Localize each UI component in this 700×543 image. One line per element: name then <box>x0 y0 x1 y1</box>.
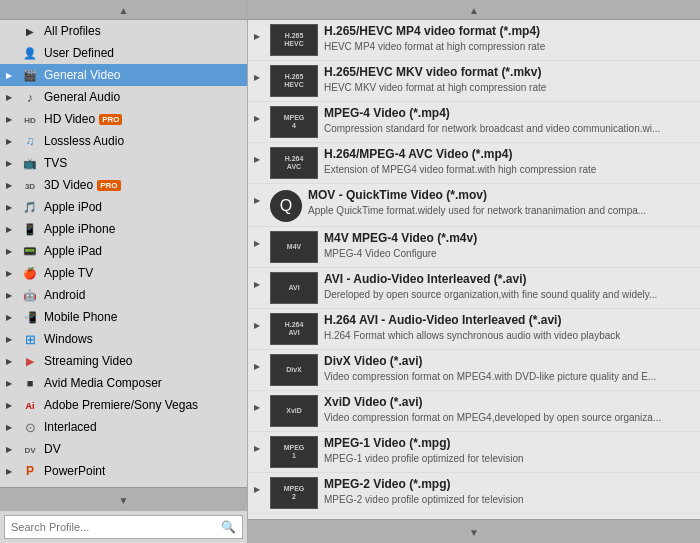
right-item-xvid[interactable]: ▶XviDXviD Video (*.avi)Video compression… <box>248 391 700 432</box>
format-title: H.265/HEVC MKV video format (*.mkv) <box>324 65 694 81</box>
item-arrow-icon: ▶ <box>6 467 18 476</box>
format-title: DivX Video (*.avi) <box>324 354 694 370</box>
format-content: AVI - Audio-Video Interleaved (*.avi)Der… <box>324 272 694 301</box>
item-label: Avid Media Composer <box>44 376 162 390</box>
search-bar[interactable]: 🔍 <box>4 515 243 539</box>
item-label: DV <box>44 442 61 456</box>
item-arrow-icon: ▶ <box>6 357 18 366</box>
format-desc: Apple QuickTime format.widely used for n… <box>308 204 694 217</box>
scroll-down-icon <box>119 493 129 507</box>
left-item-apple-ipod[interactable]: ▶Apple iPod <box>0 196 247 218</box>
right-item-arrow-icon: ▶ <box>254 354 266 371</box>
app-container: All ProfilesUser Defined▶General Video▶G… <box>0 0 700 543</box>
format-content: M4V MPEG-4 Video (*.m4v)MPEG-4 Video Con… <box>324 231 694 260</box>
item-label: Apple iPad <box>44 244 102 258</box>
left-item-hd-video[interactable]: ▶HD VideoPRO <box>0 108 247 130</box>
right-item-h264-avi[interactable]: ▶H.264 AVIH.264 AVI - Audio-Video Interl… <box>248 309 700 350</box>
item-type-icon <box>21 309 39 325</box>
left-item-lossless-audio[interactable]: ▶Lossless Audio <box>0 130 247 152</box>
item-arrow-icon: ▶ <box>6 71 18 80</box>
format-title: H.265/HEVC MP4 video format (*.mp4) <box>324 24 694 40</box>
item-type-icon <box>21 397 39 413</box>
item-type-icon <box>21 265 39 281</box>
format-title: AVI - Audio-Video Interleaved (*.avi) <box>324 272 694 288</box>
format-thumbnail: DivX <box>270 354 318 386</box>
left-item-tvs[interactable]: ▶TVS <box>0 152 247 174</box>
format-desc: HEVC MP4 video format at high compressio… <box>324 40 694 53</box>
left-item-adobe-premiere[interactable]: ▶Adobe Premiere/Sony Vegas <box>0 394 247 416</box>
format-title: XviD Video (*.avi) <box>324 395 694 411</box>
right-item-mpeg4-mp4[interactable]: ▶MPEG 4MPEG-4 Video (*.mp4)Compression s… <box>248 102 700 143</box>
format-thumbnail: H.264 AVC <box>270 147 318 179</box>
left-panel: All ProfilesUser Defined▶General Video▶G… <box>0 0 248 543</box>
item-arrow-icon: ▶ <box>6 225 18 234</box>
left-item-android[interactable]: ▶Android <box>0 284 247 306</box>
right-item-mov[interactable]: ▶QMOV - QuickTime Video (*.mov)Apple Qui… <box>248 184 700 227</box>
left-item-streaming-video[interactable]: ▶Streaming Video <box>0 350 247 372</box>
left-item-3d-video[interactable]: ▶3D VideoPRO <box>0 174 247 196</box>
item-arrow-icon: ▶ <box>6 159 18 168</box>
right-scroll-up-icon <box>469 3 479 17</box>
item-arrow-icon: ▶ <box>6 269 18 278</box>
format-thumbnail: MPEG 4 <box>270 106 318 138</box>
item-label: Lossless Audio <box>44 134 124 148</box>
left-item-general-audio[interactable]: ▶General Audio <box>0 86 247 108</box>
right-scroll-up[interactable] <box>248 0 700 20</box>
right-item-hevc-mkv[interactable]: ▶H.265 HEVCH.265/HEVC MKV video format (… <box>248 61 700 102</box>
right-list: ▶H.265 HEVCH.265/HEVC MP4 video format (… <box>248 20 700 519</box>
thumb-label: MPEG 2 <box>283 484 306 501</box>
right-item-divx[interactable]: ▶DivXDivX Video (*.avi)Video compression… <box>248 350 700 391</box>
left-item-mobile-phone[interactable]: ▶Mobile Phone <box>0 306 247 328</box>
right-item-avi[interactable]: ▶AVIAVI - Audio-Video Interleaved (*.avi… <box>248 268 700 309</box>
item-label: Windows <box>44 332 93 346</box>
left-item-all-profiles[interactable]: All Profiles <box>0 20 247 42</box>
left-item-interlaced[interactable]: ▶Interlaced <box>0 416 247 438</box>
left-item-powerpoint[interactable]: ▶PowerPoint <box>0 460 247 482</box>
left-item-general-video[interactable]: ▶General Video <box>0 64 247 86</box>
left-item-apple-tv[interactable]: ▶Apple TV <box>0 262 247 284</box>
format-desc: HEVC MKV video format at high compressio… <box>324 81 694 94</box>
left-item-user-defined[interactable]: User Defined <box>0 42 247 64</box>
item-label: All Profiles <box>44 24 101 38</box>
left-item-apple-ipad[interactable]: ▶Apple iPad <box>0 240 247 262</box>
format-desc: Video compression format on MPEG4,develo… <box>324 411 694 424</box>
item-type-icon <box>21 441 39 457</box>
right-item-arrow-icon: ▶ <box>254 436 266 453</box>
format-title: MPEG-4 Video (*.mp4) <box>324 106 694 122</box>
right-scroll-down[interactable] <box>248 519 700 543</box>
format-thumbnail: M4V <box>270 231 318 263</box>
item-arrow-icon: ▶ <box>6 445 18 454</box>
format-content: DivX Video (*.avi)Video compression form… <box>324 354 694 383</box>
left-item-dv[interactable]: ▶DV <box>0 438 247 460</box>
left-scroll-up[interactable] <box>0 0 247 20</box>
item-type-icon <box>21 23 39 39</box>
right-item-hevc-mp4[interactable]: ▶H.265 HEVCH.265/HEVC MP4 video format (… <box>248 20 700 61</box>
item-arrow-icon: ▶ <box>6 379 18 388</box>
format-desc: MPEG-2 video profile optimized for telev… <box>324 493 694 506</box>
format-title: MOV - QuickTime Video (*.mov) <box>308 188 694 204</box>
item-type-icon <box>21 221 39 237</box>
right-item-mpeg2[interactable]: ▶MPEG 2MPEG-2 Video (*.mpg)MPEG-2 video … <box>248 473 700 514</box>
right-item-arrow-icon: ▶ <box>254 188 266 205</box>
item-type-icon <box>21 177 39 193</box>
left-item-avid-media[interactable]: ▶Avid Media Composer <box>0 372 247 394</box>
format-content: H.264/MPEG-4 AVC Video (*.mp4)Extension … <box>324 147 694 176</box>
search-input[interactable] <box>11 521 221 533</box>
left-list: All ProfilesUser Defined▶General Video▶G… <box>0 20 247 487</box>
format-desc: Dereloped by open source organization,wi… <box>324 288 694 301</box>
right-item-mpeg1[interactable]: ▶MPEG 1MPEG-1 Video (*.mpg)MPEG-1 video … <box>248 432 700 473</box>
item-arrow-icon: ▶ <box>6 137 18 146</box>
left-scroll-down[interactable] <box>0 487 247 511</box>
right-item-m4v[interactable]: ▶M4VM4V MPEG-4 Video (*.m4v)MPEG-4 Video… <box>248 227 700 268</box>
right-item-h264-avc[interactable]: ▶H.264 AVCH.264/MPEG-4 AVC Video (*.mp4)… <box>248 143 700 184</box>
format-thumbnail: XviD <box>270 395 318 427</box>
left-item-apple-iphone[interactable]: ▶Apple iPhone <box>0 218 247 240</box>
right-item-arrow-icon: ▶ <box>254 106 266 123</box>
item-label: TVS <box>44 156 67 170</box>
item-label: General Video <box>44 68 121 82</box>
item-label: General Audio <box>44 90 120 104</box>
format-content: H.264 AVI - Audio-Video Interleaved (*.a… <box>324 313 694 342</box>
format-thumbnail: H.265 HEVC <box>270 65 318 97</box>
left-item-windows[interactable]: ▶Windows <box>0 328 247 350</box>
thumb-label: H.265 HEVC <box>283 31 304 48</box>
